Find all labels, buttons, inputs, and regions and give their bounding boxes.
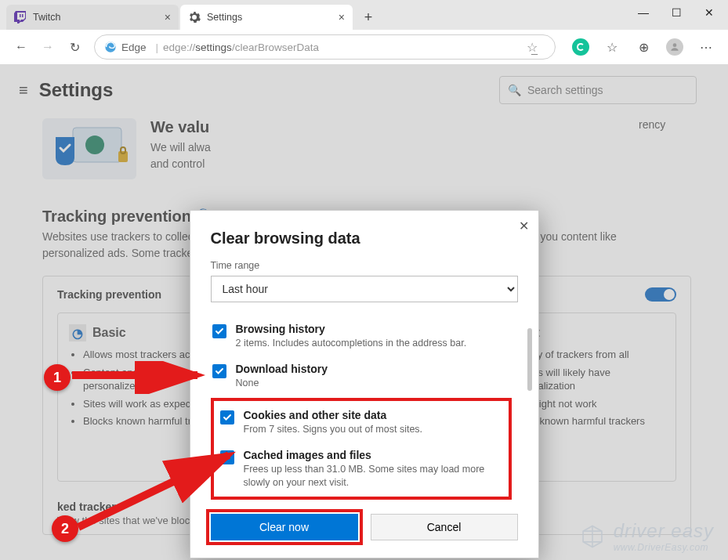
level-name: Basic [92,326,126,340]
back-button[interactable]: ← [8,34,34,60]
clear-now-button[interactable]: Clear now [211,514,358,540]
minimize-button[interactable]: — [628,2,659,23]
checkbox-icon[interactable] [220,450,234,464]
time-range-label: Time range [211,260,518,271]
twitch-icon [14,11,27,23]
close-icon[interactable]: × [165,11,171,23]
check-title: Download history [236,363,328,375]
gear-icon [188,11,201,23]
separator: | [156,42,159,53]
edge-site-icon: Edge [104,41,147,53]
tracking-toggle[interactable] [645,287,676,302]
profile-button[interactable] [661,34,689,60]
level-icon: ◔ [69,324,86,341]
tab-label: Twitch [33,12,158,23]
privacy-line: We will alwa [150,141,211,154]
favorites-button[interactable]: ☆ [598,34,626,60]
new-tab-button[interactable]: + [357,6,379,28]
search-icon: 🔍 [508,84,521,96]
svg-rect-2 [73,128,121,162]
privacy-line: and control [150,157,205,170]
tab-settings[interactable]: Settings × [180,5,353,30]
settings-page: ≡ Settings 🔍 Search settings [0,65,728,560]
read-aloud-icon[interactable]: ☆̲ [519,34,545,60]
page-title: Settings [39,79,114,101]
privacy-right-fragment: rency [639,118,665,131]
window-controls: — ☐ ✕ [628,2,725,23]
address-bar[interactable]: Edge | edge://settings/clearBrowserData … [94,34,556,60]
tab-strip: Twitch × Settings × + [0,5,379,30]
svg-rect-5 [121,147,125,154]
check-desc: 2 items. Includes autocompletions in the… [236,337,467,350]
check-desc: None [236,377,328,390]
checkbox-icon[interactable] [212,324,226,338]
tracking-desc: Websites use trackers to collect inf [42,230,211,243]
tracking-heading: Tracking prevention [42,208,191,226]
more-button[interactable]: ⋯ [692,34,720,60]
dialog-scrollbar[interactable] [527,328,532,391]
check-desc: From 7 sites. Signs you out of most site… [244,423,423,436]
checkbox-cookies[interactable]: Cookies and other site data From 7 sites… [219,403,504,443]
privacy-heading: We valu [150,118,625,136]
menu-icon[interactable]: ≡ [19,81,28,99]
check-title: Browsing history [236,323,467,335]
search-settings-input[interactable]: 🔍 Search settings [499,76,697,104]
cancel-button[interactable]: Cancel [371,514,518,540]
checkbox-download-history[interactable]: Download history None [211,356,512,396]
url-text: edge://settings/clearBrowserData [163,42,319,53]
svg-point-3 [85,135,104,154]
svg-point-1 [673,43,677,47]
close-window-button[interactable]: ✕ [694,2,725,23]
close-icon[interactable]: × [339,11,345,23]
collections-button[interactable]: ⊕ [629,34,657,60]
browser-toolbar: ← → ↻ Edge | edge://settings/clearBrowse… [0,30,728,65]
privacy-illustration [42,118,136,179]
check-title: Cached images and files [244,449,502,461]
forward-button[interactable]: → [34,34,61,60]
tab-label: Settings [207,12,332,23]
checkbox-icon[interactable] [220,410,234,425]
grammarly-extension-icon[interactable] [567,34,595,60]
svg-rect-4 [118,151,128,162]
close-icon[interactable]: ✕ [519,219,529,233]
search-placeholder: Search settings [527,84,603,96]
clear-browsing-data-dialog: ✕ Clear browsing data Time range Last ho… [190,210,539,558]
card-heading: Tracking prevention [57,288,161,301]
maximize-button[interactable]: ☐ [661,2,692,23]
refresh-button[interactable]: ↻ [61,34,88,60]
check-title: Cookies and other site data [244,409,423,421]
tab-twitch[interactable]: Twitch × [6,5,179,30]
checkbox-cache[interactable]: Cached images and files Frees up less th… [219,443,504,496]
window-titlebar: Twitch × Settings × + — ☐ ✕ [0,0,728,30]
checkbox-browsing-history[interactable]: Browsing history 2 items. Includes autoc… [211,316,512,356]
checkbox-icon[interactable] [212,364,226,378]
check-desc: Frees up less than 31.0 MB. Some sites m… [244,463,502,490]
dialog-title: Clear browsing data [211,229,518,247]
annotation-highlight-box: Cookies and other site data From 7 sites… [211,398,512,500]
time-range-select[interactable]: Last hour [211,276,518,302]
edge-label: Edge [121,42,147,53]
